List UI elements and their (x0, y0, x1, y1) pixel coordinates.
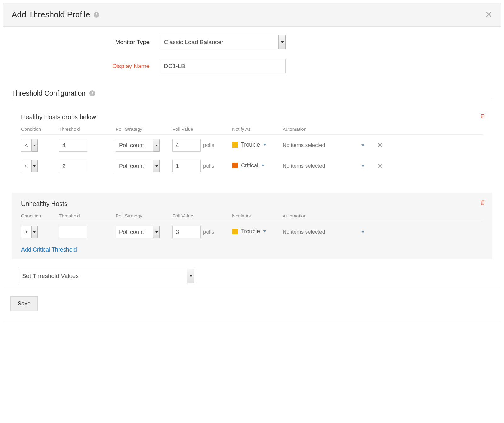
modal-header: Add Threshold Profile i ✕ (3, 3, 501, 27)
poll-unit: polls (203, 142, 214, 148)
threshold-row: <4Poll count4pollsTroubleNo items select… (21, 139, 483, 152)
automation-value: No items selected (283, 142, 325, 148)
display-name-row: Display Name DC1-LB (12, 59, 492, 73)
chevron-down-icon (361, 231, 364, 233)
col-notify: Notify As (232, 126, 283, 132)
threshold-row: >Poll count3pollsTroubleNo items selecte… (21, 226, 483, 238)
trash-icon[interactable] (480, 200, 485, 206)
automation-value: No items selected (283, 229, 325, 235)
threshold-input[interactable]: 2 (59, 160, 87, 172)
section-title-text: Threshold Configuration (12, 89, 86, 97)
poll-unit: polls (203, 229, 214, 235)
chevron-down-icon (361, 144, 364, 146)
block-title: Unhealthy Hosts (21, 200, 483, 207)
threshold-input[interactable]: 4 (59, 139, 87, 152)
poll-value-input[interactable]: 1 (172, 160, 201, 172)
notify-label: Critical (241, 162, 258, 169)
status-color-icon (232, 142, 238, 148)
chevron-down-icon (263, 230, 266, 232)
col-threshold: Threshold (59, 126, 116, 132)
poll-unit: polls (203, 163, 214, 169)
poll-value: 3 (176, 229, 179, 235)
info-icon[interactable]: i (94, 12, 99, 18)
automation-select[interactable]: No items selected (283, 142, 364, 148)
chevron-down-icon (153, 139, 159, 151)
status-color-icon (232, 163, 238, 168)
col-automation: Automation (283, 126, 371, 132)
poll-value-input[interactable]: 3 (172, 226, 201, 238)
chevron-down-icon (153, 160, 159, 172)
threshold-block: Unhealthy HostsConditionThresholdPoll St… (12, 193, 492, 259)
strategy-value: Poll count (116, 163, 153, 170)
add-critical-threshold-link[interactable]: Add Critical Threshold (21, 246, 483, 253)
col-strategy: Poll Strategy (116, 213, 172, 218)
remove-row-icon[interactable]: ✕ (377, 162, 383, 170)
set-threshold-values-select[interactable]: Set Threshold Values (18, 269, 194, 283)
display-name-label: Display Name (12, 63, 160, 70)
notify-select[interactable]: Critical (232, 162, 265, 169)
condition-select[interactable]: < (21, 160, 38, 172)
chevron-down-icon (31, 226, 37, 238)
monitor-type-row: Monitor Type Classic Load Balancer (12, 35, 492, 49)
col-automation: Automation (283, 213, 371, 218)
block-title: Healthy Hosts drops below (21, 113, 483, 121)
trash-icon[interactable] (480, 113, 485, 119)
strategy-value: Poll count (116, 229, 153, 235)
col-value: Poll Value (172, 126, 232, 132)
remove-row-icon[interactable]: ✕ (377, 141, 383, 149)
modal-footer: Save (3, 290, 501, 321)
modal: Add Threshold Profile i ✕ Monitor Type C… (3, 3, 501, 321)
set-threshold-values-row: Set Threshold Values (18, 269, 194, 283)
threshold-row: <2Poll count1pollsCriticalNo items selec… (21, 160, 483, 172)
condition-value: < (21, 142, 31, 149)
chevron-down-icon (187, 269, 194, 283)
chevron-down-icon (31, 160, 37, 172)
info-icon[interactable]: i (89, 90, 95, 96)
poll-value-input[interactable]: 4 (172, 139, 201, 152)
col-notify: Notify As (232, 213, 283, 218)
column-headers: ConditionThresholdPoll StrategyPoll Valu… (21, 126, 483, 135)
set-threshold-values-label: Set Threshold Values (22, 273, 79, 280)
monitor-type-value: Classic Load Balancer (164, 39, 223, 46)
col-value: Poll Value (172, 213, 232, 218)
automation-select[interactable]: No items selected (283, 163, 364, 169)
threshold-value: 2 (62, 163, 66, 170)
chevron-down-icon (31, 139, 37, 151)
status-color-icon (232, 229, 238, 234)
display-name-input[interactable]: DC1-LB (160, 59, 286, 73)
poll-value: 4 (176, 142, 179, 149)
col-strategy: Poll Strategy (116, 126, 172, 132)
condition-value: < (21, 163, 31, 170)
col-condition: Condition (21, 126, 59, 132)
automation-value: No items selected (283, 163, 325, 169)
monitor-type-label: Monitor Type (12, 39, 160, 46)
col-condition: Condition (21, 213, 59, 218)
chevron-down-icon (263, 144, 266, 146)
condition-value: > (21, 229, 31, 235)
modal-title-text: Add Threshold Profile (12, 10, 90, 20)
display-name-value: DC1-LB (164, 63, 185, 70)
strategy-value: Poll count (116, 142, 153, 149)
notify-select[interactable]: Trouble (232, 228, 266, 235)
chevron-down-icon (153, 226, 159, 238)
automation-select[interactable]: No items selected (283, 229, 364, 235)
strategy-select[interactable]: Poll count (116, 160, 160, 172)
threshold-block: Healthy Hosts drops belowConditionThresh… (12, 106, 492, 187)
chevron-down-icon (278, 35, 285, 49)
notify-select[interactable]: Trouble (232, 142, 266, 148)
threshold-input[interactable] (59, 226, 87, 238)
modal-title: Add Threshold Profile i (12, 10, 99, 20)
strategy-select[interactable]: Poll count (116, 139, 160, 152)
chevron-down-icon (261, 165, 265, 166)
condition-select[interactable]: < (21, 139, 38, 152)
modal-body: Monitor Type Classic Load Balancer Displ… (3, 27, 501, 290)
close-icon[interactable]: ✕ (485, 10, 492, 19)
chevron-down-icon (361, 165, 364, 167)
strategy-select[interactable]: Poll count (116, 226, 160, 238)
section-title: Threshold Configuration i (12, 89, 492, 100)
monitor-type-select[interactable]: Classic Load Balancer (160, 35, 286, 49)
condition-select[interactable]: > (21, 226, 38, 238)
column-headers: ConditionThresholdPoll StrategyPoll Valu… (21, 213, 483, 221)
save-button[interactable]: Save (10, 296, 38, 311)
notify-label: Trouble (241, 142, 260, 148)
